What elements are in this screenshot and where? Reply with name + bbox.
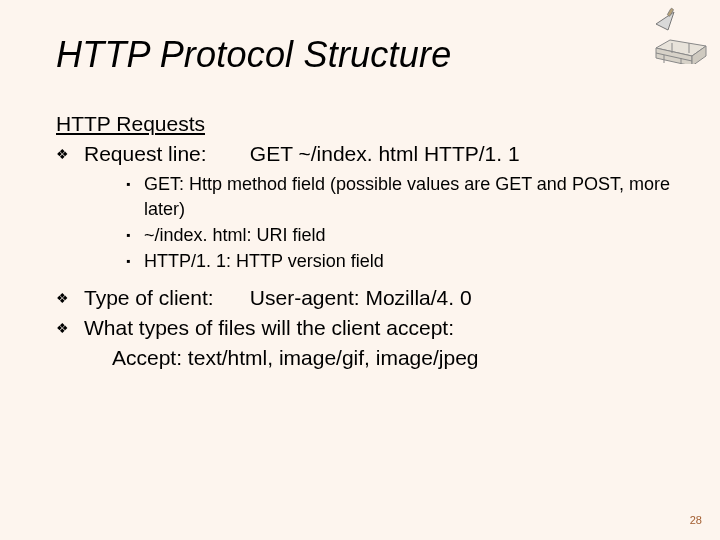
diamond-bullet-icon: ❖ xyxy=(56,284,80,312)
square-bullet-icon: ▪ xyxy=(126,249,144,273)
page-number: 28 xyxy=(690,514,702,526)
accept-value-line: Accept: text/html, image/gif, image/jpeg xyxy=(112,344,670,372)
bullet-label: Request line: xyxy=(84,140,244,168)
bullet-accept-types: ❖ What types of files will the client ac… xyxy=(56,314,670,342)
sub-bullet: ▪ HTTP/1. 1: HTTP version field xyxy=(126,249,670,273)
bricks-trowel-icon xyxy=(638,6,710,64)
sub-bullet-text: HTTP/1. 1: HTTP version field xyxy=(144,249,670,273)
diamond-bullet-icon: ❖ xyxy=(56,140,80,168)
bullet-value: GET ~/index. html HTTP/1. 1 xyxy=(250,142,520,165)
sub-bullet-text: ~/index. html: URI field xyxy=(144,223,670,247)
square-bullet-icon: ▪ xyxy=(126,223,144,247)
square-bullet-icon: ▪ xyxy=(126,172,144,196)
svg-marker-8 xyxy=(656,12,674,30)
bullet-label: Type of client: xyxy=(84,284,244,312)
bullet-value: User-agent: Mozilla/4. 0 xyxy=(250,286,472,309)
bullet-request-line: ❖ Request line: GET ~/index. html HTTP/1… xyxy=(56,140,670,168)
section-heading: HTTP Requests xyxy=(56,112,670,136)
bullet-label: What types of files will the client acce… xyxy=(84,316,454,339)
sub-bullet: ▪ ~/index. html: URI field xyxy=(126,223,670,247)
slide: HTTP Protocol Structure HTTP Requests ❖ … xyxy=(0,0,720,540)
sub-bullet: ▪ GET: Http method field (possible value… xyxy=(126,172,670,221)
sub-bullet-list: ▪ GET: Http method field (possible value… xyxy=(126,172,670,273)
slide-title: HTTP Protocol Structure xyxy=(56,34,670,76)
sub-bullet-text: GET: Http method field (possible values … xyxy=(144,172,670,221)
diamond-bullet-icon: ❖ xyxy=(56,314,80,342)
bullet-type-of-client: ❖ Type of client: User-agent: Mozilla/4.… xyxy=(56,284,670,312)
